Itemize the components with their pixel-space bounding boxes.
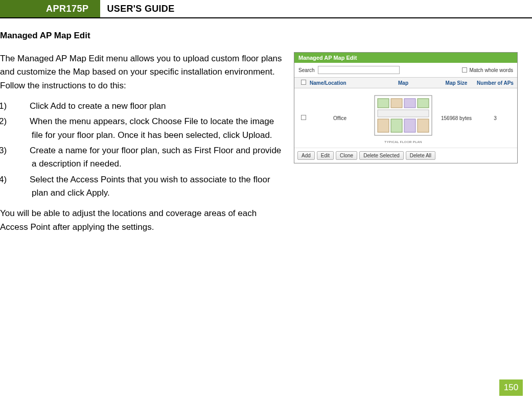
doc-title: USER'S GUIDE (100, 0, 175, 17)
panel-title: Managed AP Map Edit (294, 53, 517, 63)
col-map[interactable]: Map (370, 80, 436, 86)
match-checkbox[interactable] (462, 67, 467, 73)
row-name: Office (310, 115, 370, 121)
embedded-screenshot: Managed AP Map Edit Search Match whole w… (294, 52, 518, 163)
outro-paragraph: You will be able to adjust the locations… (0, 207, 285, 234)
col-size[interactable]: Map Size (436, 80, 476, 86)
svg-rect-4 (418, 99, 429, 108)
row-size: 156968 bytes (436, 115, 476, 121)
edit-button[interactable]: Edit (317, 151, 334, 160)
clone-button[interactable]: Clone (336, 151, 357, 160)
svg-rect-3 (404, 99, 415, 108)
table-header: Name/Location Map Map Size Number of APs (294, 77, 517, 88)
doc-header: APR175P USER'S GUIDE (0, 0, 532, 18)
delete-all-button[interactable]: Delete All (406, 151, 435, 160)
svg-rect-6 (378, 119, 389, 132)
section-heading: Managed AP Map Edit (0, 31, 518, 41)
select-all-checkbox[interactable] (301, 80, 306, 85)
page-number: 150 (499, 379, 523, 396)
product-tab: APR175P (0, 0, 100, 17)
svg-rect-7 (391, 119, 402, 132)
row-num-aps: 3 (476, 115, 514, 121)
search-input[interactable] (318, 66, 400, 74)
search-label: Search (298, 67, 315, 73)
svg-rect-1 (378, 99, 389, 108)
step-item: When the menu appears, clock Choose File… (15, 115, 285, 142)
button-row: Add Edit Clone Delete Selected Delete Al… (294, 148, 517, 163)
col-name[interactable]: Name/Location (310, 80, 370, 86)
step-item: Create a name for your floor plan, such … (15, 144, 285, 171)
floorplan-thumbnail[interactable]: TYPICAL FLOOR PLAN (373, 92, 434, 144)
add-button[interactable]: Add (297, 151, 315, 160)
delete-selected-button[interactable]: Delete Selected (359, 151, 404, 160)
svg-rect-9 (418, 119, 429, 132)
steps-list: Click Add to create a new floor plan Whe… (0, 100, 285, 200)
svg-rect-5 (378, 110, 429, 117)
col-num-aps[interactable]: Number of APs (476, 80, 514, 86)
svg-rect-8 (404, 119, 415, 132)
svg-rect-2 (391, 99, 402, 108)
match-label: Match whole words (469, 67, 513, 73)
intro-paragraph: The Managed AP Map Edit menu allows you … (0, 52, 285, 92)
floorplan-caption: TYPICAL FLOOR PLAN (373, 140, 434, 144)
step-item: Select the Access Points that you wish t… (15, 173, 285, 200)
step-item: Click Add to create a new floor plan (15, 100, 285, 113)
table-row: Office (294, 88, 517, 148)
row-checkbox[interactable] (301, 115, 306, 120)
floorplan-icon (373, 92, 434, 144)
